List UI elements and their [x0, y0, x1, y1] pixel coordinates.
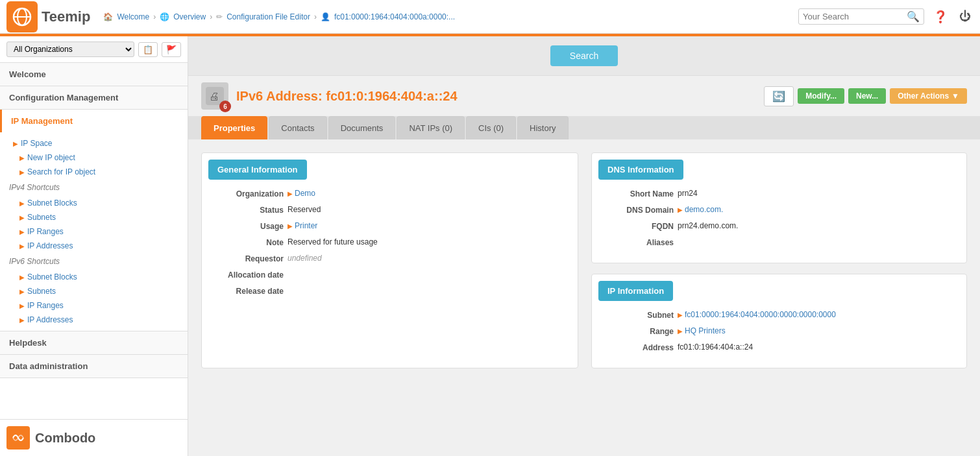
global-search-icon[interactable]: 🔍: [907, 10, 920, 23]
main-layout: All Organizations 📋 🚩 Welcome Configurat…: [0, 36, 980, 456]
arrow-icon: ▶: [19, 169, 25, 176]
subnet-value: ▶ fc01:0000:1964:0404:0000:0000:0000:000…: [678, 310, 836, 319]
field-status: Status Reserved: [212, 205, 567, 215]
tab-nat-ips[interactable]: NAT IPs (0): [397, 116, 465, 139]
sidebar-item-ip-ranges-v4[interactable]: ▶ IP Ranges: [0, 224, 188, 239]
top-header: Teemip 🏠 Welcome › 🌐 Overview › ✏ Config…: [0, 0, 980, 34]
arrow-icon: ▶: [19, 243, 25, 250]
release-date-label: Release date: [212, 286, 284, 296]
page-icon-container: 🖨 6: [201, 82, 228, 110]
short-name-label: Short Name: [602, 189, 674, 198]
dns-domain-link[interactable]: ▶ demo.com.: [678, 205, 723, 214]
status-label: Status: [212, 205, 284, 215]
tab-history[interactable]: History: [517, 116, 568, 139]
tab-contacts[interactable]: Contacts: [269, 116, 326, 139]
arrow-icon: ▶: [19, 200, 25, 207]
requestor-value: undefined: [288, 254, 322, 263]
org-flag-button[interactable]: 🚩: [162, 42, 181, 57]
field-usage: Usage ▶ Printer: [212, 221, 567, 231]
arrow-icon: ▶: [19, 228, 25, 235]
org-selector-dropdown[interactable]: All Organizations: [6, 42, 134, 57]
org-add-button[interactable]: 📋: [138, 42, 158, 57]
field-aliases: Aliases: [602, 237, 956, 247]
arrow-icon: ▶: [19, 317, 25, 324]
range-link[interactable]: ▶ HQ Printers: [678, 326, 726, 335]
breadcrumb-home-icon: 🏠: [103, 12, 113, 21]
sidebar-ip-header[interactable]: IP Management: [0, 110, 188, 132]
new-button[interactable]: New...: [848, 88, 886, 104]
address-label: Address: [602, 342, 674, 352]
breadcrumb-overview[interactable]: Overview: [173, 12, 206, 21]
dns-info-panel: DNS Information Short Name prn24 DNS Dom…: [591, 152, 967, 263]
global-search-input[interactable]: [803, 12, 907, 21]
svg-text:🖨: 🖨: [209, 91, 219, 102]
short-name-value: prn24: [678, 189, 698, 198]
modify-button[interactable]: Modify...: [798, 88, 844, 104]
logo-text: Teemip: [42, 8, 90, 25]
sidebar-item-search-ip[interactable]: ▶ Search for IP object: [0, 165, 188, 179]
sidebar-item-ip-ranges-v6[interactable]: ▶ IP Ranges: [0, 298, 188, 313]
status-value: Reserved: [288, 205, 321, 214]
subnet-link[interactable]: ▶ fc01:0000:1964:0404:0000:0000:0000:000…: [678, 310, 836, 319]
search-bar-area: Search: [188, 36, 980, 76]
tab-cis[interactable]: CIs (0): [466, 116, 516, 139]
tabs-area: Properties Contacts Documents NAT IPs (0…: [188, 116, 980, 139]
sidebar-item-subnet-blocks-v6[interactable]: ▶ Subnet Blocks: [0, 270, 188, 284]
tab-properties[interactable]: Properties: [201, 116, 267, 139]
tab-documents[interactable]: Documents: [328, 116, 396, 139]
arrow-icon: ▶: [288, 190, 293, 197]
breadcrumb-pencil-icon: ✏: [216, 12, 223, 21]
range-value: ▶ HQ Printers: [678, 326, 726, 335]
arrow-icon: ▶: [19, 274, 25, 281]
field-requestor: Requestor undefined: [212, 254, 567, 263]
arrow-icon: ▶: [19, 302, 25, 309]
help-button[interactable]: ❓: [931, 7, 950, 27]
sidebar-welcome-header[interactable]: Welcome: [0, 63, 188, 86]
sidebar-item-subnet-blocks-v4[interactable]: ▶ Subnet Blocks: [0, 196, 188, 210]
ip-info-header: IP Information: [598, 281, 673, 301]
field-address: Address fc01:0:1964:404:a::24: [602, 342, 956, 352]
sidebar-config-header[interactable]: Configuration Management: [0, 86, 188, 109]
organization-value: ▶ Demo: [288, 189, 315, 198]
sidebar-helpdesk-header[interactable]: Helpdesk: [0, 331, 188, 354]
sidebar-ip-content: ▶ IP Space ▶ New IP object ▶ Search for …: [0, 132, 188, 331]
top-right-actions: 🔍 ❓ ⏻: [798, 7, 974, 27]
sidebar-section-data: Data administration: [0, 355, 188, 378]
sidebar-item-subnets-v4[interactable]: ▶ Subnets: [0, 210, 188, 224]
organization-link[interactable]: ▶ Demo: [288, 189, 315, 198]
sidebar-item-ip-space[interactable]: ▶ IP Space: [0, 136, 188, 150]
usage-link[interactable]: ▶ Printer: [288, 221, 317, 230]
teemip-logo-icon: [6, 1, 38, 32]
refresh-button[interactable]: 🔄: [764, 86, 794, 106]
usage-label: Usage: [212, 221, 284, 231]
organization-label: Organization: [212, 189, 284, 198]
arrow-icon: ▶: [678, 311, 683, 318]
arrow-icon: ▶: [288, 222, 293, 230]
sidebar-footer: Combodo: [0, 419, 188, 456]
panels-row: General Information Organization ▶ Demo: [201, 152, 967, 368]
breadcrumb-address[interactable]: fc01:0000:1964:0404:000a:0000:...: [334, 12, 455, 21]
org-selector-area: All Organizations 📋 🚩: [0, 36, 188, 63]
sidebar-item-new-ip[interactable]: ▶ New IP object: [0, 150, 188, 165]
general-info-body: Organization ▶ Demo Status Reserved: [202, 180, 578, 311]
sidebar: All Organizations 📋 🚩 Welcome Configurat…: [0, 36, 188, 456]
address-value: fc01:0:1964:404:a::24: [678, 342, 753, 352]
page-title-area: 🖨 6 IPv6 Address: fc01:0:1964:404:a::24 …: [188, 76, 980, 116]
breadcrumb-welcome[interactable]: Welcome: [117, 12, 149, 21]
sidebar-item-subnets-v6[interactable]: ▶ Subnets: [0, 284, 188, 298]
sidebar-item-ip-addresses-v6[interactable]: ▶ IP Addresses: [0, 313, 188, 327]
power-button[interactable]: ⏻: [957, 7, 974, 26]
logo-area: Teemip: [6, 1, 90, 32]
page-title: IPv6 Address: fc01:0:1964:404:a::24: [236, 89, 458, 104]
other-actions-button[interactable]: Other Actions ▼: [890, 88, 967, 104]
breadcrumb: 🏠 Welcome › 🌐 Overview › ✏ Configuration…: [103, 12, 798, 21]
sidebar-item-ip-addresses-v4[interactable]: ▶ IP Addresses: [0, 239, 188, 253]
search-button[interactable]: Search: [550, 45, 618, 66]
field-release-date: Release date: [212, 286, 567, 296]
breadcrumb-config[interactable]: Configuration File Editor: [227, 12, 310, 21]
field-organization: Organization ▶ Demo: [212, 189, 567, 198]
subnet-label: Subnet: [602, 310, 674, 320]
combodo-logo-icon: [6, 426, 30, 450]
page-title-left: 🖨 6 IPv6 Address: fc01:0:1964:404:a::24: [201, 82, 458, 110]
sidebar-data-header[interactable]: Data administration: [0, 355, 188, 378]
